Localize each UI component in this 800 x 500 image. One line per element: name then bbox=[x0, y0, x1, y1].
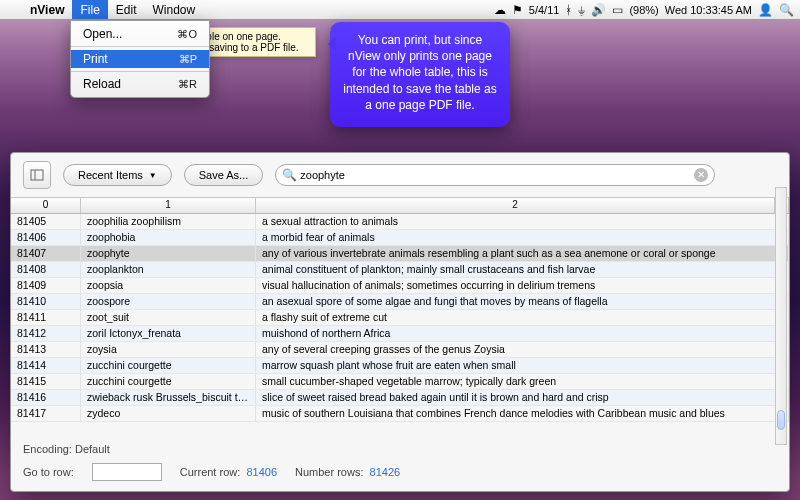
table-row[interactable]: 81415zucchini courgettesmall cucumber-sh… bbox=[11, 374, 789, 390]
menubar-right: ☁ ⚑ 5/4/11 ᚼ ⏚ 🔊 ▭ (98%) Wed 10:33:45 AM… bbox=[494, 3, 800, 17]
cell-col0: 81412 bbox=[11, 326, 81, 341]
app-name[interactable]: nView bbox=[22, 3, 72, 17]
cell-col1: zooplankton bbox=[81, 262, 256, 277]
table-header: 0 1 2 bbox=[11, 198, 789, 214]
cell-col1: zoophyte bbox=[81, 246, 256, 261]
cell-col2: marrow squash plant whose fruit are eate… bbox=[256, 358, 789, 373]
current-row-value: 81406 bbox=[246, 466, 277, 478]
menu-file[interactable]: File bbox=[72, 0, 107, 19]
cell-col2: any of several creeping grasses of the g… bbox=[256, 342, 789, 357]
column-header-0[interactable]: 0 bbox=[11, 198, 81, 213]
table-row[interactable]: 81417zydecomusic of southern Louisiana t… bbox=[11, 406, 789, 422]
cell-col0: 81413 bbox=[11, 342, 81, 357]
table-row[interactable]: 81405zoophilia zoophilisma sexual attrac… bbox=[11, 214, 789, 230]
cell-col2: animal constituent of plankton; mainly s… bbox=[256, 262, 789, 277]
svg-rect-0 bbox=[31, 170, 43, 180]
search-field[interactable]: 🔍 ✕ bbox=[275, 164, 715, 186]
search-icon: 🔍 bbox=[282, 168, 297, 182]
encoding-label: Encoding: Default bbox=[23, 443, 777, 455]
menu-separator bbox=[71, 46, 209, 47]
recent-items-button[interactable]: Recent Items▼ bbox=[63, 164, 172, 186]
table-row[interactable]: 81409zoopsiavisual hallucination of anim… bbox=[11, 278, 789, 294]
user-icon: 👤 bbox=[758, 3, 773, 17]
main-window: Recent Items▼ Save As... 🔍 ✕ 0 1 2 81405… bbox=[10, 152, 790, 492]
spotlight-icon[interactable]: 🔍 bbox=[779, 3, 794, 17]
chevron-down-icon: ▼ bbox=[149, 171, 157, 180]
goto-row-input[interactable] bbox=[92, 463, 162, 481]
table-row[interactable]: 81408zooplanktonanimal constituent of pl… bbox=[11, 262, 789, 278]
wifi-icon: ⏚ bbox=[578, 3, 585, 17]
search-input[interactable] bbox=[300, 169, 706, 181]
cell-col1: zoot_suit bbox=[81, 310, 256, 325]
cell-col0: 81407 bbox=[11, 246, 81, 261]
menubar-date: 5/4/11 bbox=[529, 4, 560, 16]
cell-col2: an asexual spore of some algae and fungi… bbox=[256, 294, 789, 309]
menu-edit[interactable]: Edit bbox=[108, 0, 145, 19]
cell-col0: 81415 bbox=[11, 374, 81, 389]
save-as-button[interactable]: Save As... bbox=[184, 164, 264, 186]
cell-col0: 81408 bbox=[11, 262, 81, 277]
menu-window[interactable]: Window bbox=[145, 0, 204, 19]
cell-col2: a morbid fear of animals bbox=[256, 230, 789, 245]
table-row[interactable]: 81410zoosporean asexual spore of some al… bbox=[11, 294, 789, 310]
cell-col2: muishond of northern Africa bbox=[256, 326, 789, 341]
file-menu-dropdown: Open...⌘O Print⌘P Reload⌘R bbox=[70, 20, 210, 98]
menu-open[interactable]: Open...⌘O bbox=[71, 25, 209, 43]
goto-row-label: Go to row: bbox=[23, 466, 74, 478]
cell-col1: zoysia bbox=[81, 342, 256, 357]
column-header-2[interactable]: 2 bbox=[256, 198, 775, 213]
cell-col1: zucchini courgette bbox=[81, 358, 256, 373]
sidebar-toggle-button[interactable] bbox=[23, 161, 51, 189]
cell-col0: 81406 bbox=[11, 230, 81, 245]
battery-icon: ▭ bbox=[612, 3, 623, 17]
table-row[interactable]: 81413zoysiaany of several creeping grass… bbox=[11, 342, 789, 358]
table-row[interactable]: 81407zoophyteany of various invertebrate… bbox=[11, 246, 789, 262]
cell-col2: music of southern Louisiana that combine… bbox=[256, 406, 789, 421]
toolbar: Recent Items▼ Save As... 🔍 ✕ bbox=[11, 153, 789, 198]
cell-col1: zoophilia zoophilism bbox=[81, 214, 256, 229]
cell-col2: small cucumber-shaped vegetable marrow; … bbox=[256, 374, 789, 389]
footer: Encoding: Default Go to row: Current row… bbox=[11, 437, 789, 491]
vertical-scrollbar[interactable] bbox=[775, 187, 787, 445]
volume-icon: 🔊 bbox=[591, 3, 606, 17]
cell-col1: zoospore bbox=[81, 294, 256, 309]
menubar: nView File Edit Window ☁ ⚑ 5/4/11 ᚼ ⏚ 🔊 … bbox=[0, 0, 800, 20]
cell-col0: 81414 bbox=[11, 358, 81, 373]
cell-col2: any of various invertebrate animals rese… bbox=[256, 246, 789, 261]
cell-col1: zydeco bbox=[81, 406, 256, 421]
cell-col0: 81410 bbox=[11, 294, 81, 309]
cell-col0: 81416 bbox=[11, 390, 81, 405]
number-rows-value: 81426 bbox=[370, 466, 401, 478]
help-callout: You can print, but since nView only prin… bbox=[330, 22, 510, 127]
menu-separator bbox=[71, 71, 209, 72]
cell-col0: 81417 bbox=[11, 406, 81, 421]
bluetooth-icon: ᚼ bbox=[565, 3, 572, 17]
table-row[interactable]: 81412zoril Ictonyx_frenatamuishond of no… bbox=[11, 326, 789, 342]
menu-print[interactable]: Print⌘P bbox=[71, 50, 209, 68]
table-row[interactable]: 81416zwieback rusk Brussels_biscuit twic… bbox=[11, 390, 789, 406]
cell-col1: zoril Ictonyx_frenata bbox=[81, 326, 256, 341]
menu-reload[interactable]: Reload⌘R bbox=[71, 75, 209, 93]
cell-col1: zucchini courgette bbox=[81, 374, 256, 389]
table-row[interactable]: 81414zucchini courgettemarrow squash pla… bbox=[11, 358, 789, 374]
cell-col0: 81409 bbox=[11, 278, 81, 293]
cell-col1: zwieback rusk Brussels_biscuit twice-ba.… bbox=[81, 390, 256, 405]
battery-percent: (98%) bbox=[629, 4, 658, 16]
cell-col0: 81405 bbox=[11, 214, 81, 229]
cell-col2: slice of sweet raised bread baked again … bbox=[256, 390, 789, 405]
menubar-clock: Wed 10:33:45 AM bbox=[665, 4, 752, 16]
table-row[interactable]: 81411zoot_suita flashy suit of extreme c… bbox=[11, 310, 789, 326]
cell-col2: visual hallucination of animals; sometim… bbox=[256, 278, 789, 293]
table-row[interactable]: 81406zoophobiaa morbid fear of animals bbox=[11, 230, 789, 246]
flag-icon: ⚑ bbox=[512, 3, 523, 17]
column-header-1[interactable]: 1 bbox=[81, 198, 256, 213]
number-rows-label: Number rows: bbox=[295, 466, 363, 478]
cell-col2: a sexual attraction to animals bbox=[256, 214, 789, 229]
scrollbar-thumb[interactable] bbox=[777, 410, 785, 430]
cloud-icon: ☁ bbox=[494, 3, 506, 17]
cell-col1: zoopsia bbox=[81, 278, 256, 293]
cell-col1: zoophobia bbox=[81, 230, 256, 245]
current-row-label: Current row: bbox=[180, 466, 241, 478]
cell-col2: a flashy suit of extreme cut bbox=[256, 310, 789, 325]
cell-col0: 81411 bbox=[11, 310, 81, 325]
